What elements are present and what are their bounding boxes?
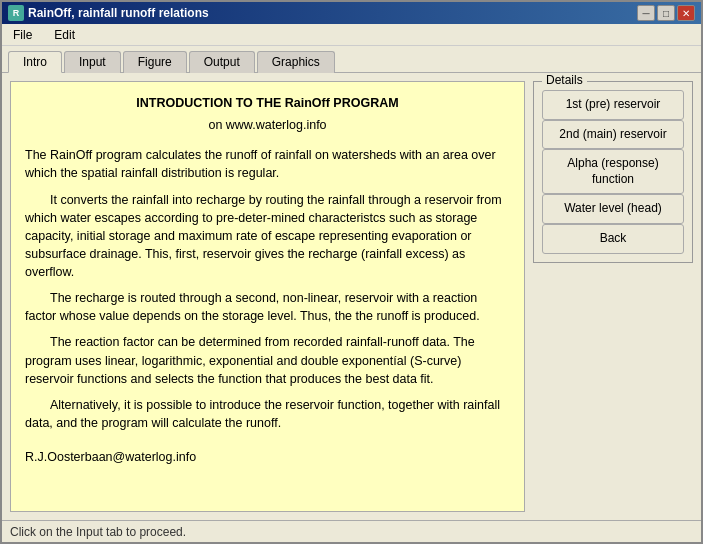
title-bar-left: R RainOff, rainfall runoff relations	[8, 5, 209, 21]
title-buttons: ─ □ ✕	[637, 5, 695, 21]
intro-para-2: The recharge is routed through a second,…	[25, 289, 510, 325]
btn-back[interactable]: Back	[542, 224, 684, 254]
btn-1st-reservoir[interactable]: 1st (pre) reservoir	[542, 90, 684, 120]
details-panel: Details 1st (pre) reservoir 2nd (main) r…	[533, 81, 693, 512]
btn-2nd-reservoir[interactable]: 2nd (main) reservoir	[542, 120, 684, 150]
title-bar: R RainOff, rainfall runoff relations ─ □…	[2, 2, 701, 24]
maximize-button[interactable]: □	[657, 5, 675, 21]
main-window: R RainOff, rainfall runoff relations ─ □…	[0, 0, 703, 544]
tab-intro[interactable]: Intro	[8, 51, 62, 73]
intro-title: INTRODUCTION TO THE RainOff PROGRAM	[25, 94, 510, 112]
intro-body: The RainOff program calculates the runof…	[25, 146, 510, 432]
intro-para-0: The RainOff program calculates the runof…	[25, 146, 510, 182]
window-title: RainOff, rainfall runoff relations	[28, 6, 209, 20]
intro-panel: INTRODUCTION TO THE RainOff PROGRAM on w…	[10, 81, 525, 512]
details-legend: Details	[542, 73, 587, 87]
tab-input[interactable]: Input	[64, 51, 121, 73]
status-text: Click on the Input tab to proceed.	[10, 525, 186, 539]
main-content: INTRODUCTION TO THE RainOff PROGRAM on w…	[2, 72, 701, 520]
status-bar: Click on the Input tab to proceed.	[2, 520, 701, 542]
intro-email: R.J.Oosterbaan@waterlog.info	[25, 448, 510, 466]
btn-alpha-function[interactable]: Alpha (response)function	[542, 149, 684, 194]
menu-edit[interactable]: Edit	[47, 25, 82, 45]
intro-subtitle: on www.waterlog.info	[25, 116, 510, 134]
menu-bar: File Edit	[2, 24, 701, 46]
details-box: Details 1st (pre) reservoir 2nd (main) r…	[533, 81, 693, 263]
intro-para-4: Alternatively, it is possible to introdu…	[25, 396, 510, 432]
close-button[interactable]: ✕	[677, 5, 695, 21]
tab-graphics[interactable]: Graphics	[257, 51, 335, 73]
app-icon: R	[8, 5, 24, 21]
menu-file[interactable]: File	[6, 25, 39, 45]
minimize-button[interactable]: ─	[637, 5, 655, 21]
tab-figure[interactable]: Figure	[123, 51, 187, 73]
tab-bar: Intro Input Figure Output Graphics	[2, 46, 701, 72]
intro-para-1: It converts the rainfall into recharge b…	[25, 191, 510, 282]
tab-output[interactable]: Output	[189, 51, 255, 73]
intro-para-3: The reaction factor can be determined fr…	[25, 333, 510, 387]
btn-water-level[interactable]: Water level (head)	[542, 194, 684, 224]
